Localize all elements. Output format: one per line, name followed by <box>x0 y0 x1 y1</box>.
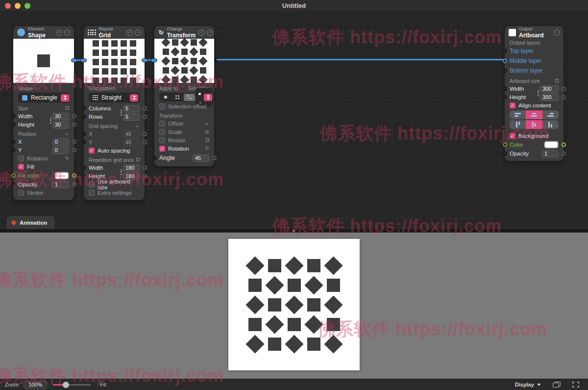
fill-color-well[interactable] <box>54 172 69 180</box>
area-height-input-port[interactable] <box>82 174 86 179</box>
grid-main-input-port[interactable] <box>80 58 87 62</box>
bottom-layer-input-port[interactable] <box>503 69 507 73</box>
y-input[interactable]: 0 <box>52 147 69 154</box>
align-middle-button[interactable] <box>526 120 542 129</box>
angle-input-port[interactable] <box>152 156 157 160</box>
enable-node-checkmark-button[interactable]: ✓ <box>198 29 205 36</box>
height-input[interactable]: 30 <box>52 121 69 129</box>
splitter-grip-handle[interactable] <box>293 230 295 232</box>
spacing-add-icon[interactable]: ＋ <box>135 124 140 129</box>
artboard-canvas[interactable] <box>228 239 360 370</box>
artboard-width-output-port[interactable] <box>562 87 566 91</box>
artboard-size-options-icon[interactable] <box>555 78 559 83</box>
angle-output-port[interactable] <box>212 156 217 160</box>
width-input[interactable]: 30 <box>52 113 69 120</box>
offset-checkbox[interactable] <box>159 121 165 127</box>
dropdown-chevron-icon[interactable] <box>130 94 138 102</box>
align-left-button[interactable] <box>510 110 526 119</box>
width-output-port[interactable] <box>72 114 76 119</box>
align-center-button[interactable] <box>526 110 542 119</box>
height-output-port[interactable] <box>72 123 76 127</box>
x-input-port[interactable] <box>11 140 16 144</box>
spacing-y-input[interactable]: 45 <box>123 139 140 146</box>
align-top-button[interactable] <box>510 120 526 129</box>
width-input-port[interactable] <box>11 114 16 119</box>
rows-input-port[interactable] <box>82 115 86 119</box>
stroke-checkbox[interactable] <box>18 190 24 196</box>
columns-input-port[interactable] <box>82 106 86 111</box>
node-artboard[interactable]: Output Artboard ⋯ Output layers Top laye… <box>505 26 564 161</box>
node-transform-header[interactable]: ↻ Change Transform ✓ ⋯ <box>154 26 214 39</box>
rotation-checkbox[interactable] <box>18 156 24 161</box>
node-artboard-header[interactable]: Output Artboard ⋯ <box>505 26 564 39</box>
resize-checkbox[interactable] <box>159 137 165 143</box>
spacing-x-input-port[interactable] <box>82 132 86 136</box>
middle-layer-input-port[interactable] <box>503 59 507 63</box>
background-color-well[interactable] <box>544 141 559 149</box>
artboard-height-input-port[interactable] <box>503 95 507 100</box>
size-options-icon[interactable] <box>66 106 69 111</box>
enable-node-checkmark-button[interactable]: ✓ <box>56 29 62 36</box>
dropdown-chevron-icon[interactable] <box>204 94 212 101</box>
horizontal-align-control[interactable] <box>510 110 559 119</box>
artboard-width-input-port[interactable] <box>503 87 507 91</box>
angle-input[interactable]: 45 <box>193 155 209 162</box>
artboard-width-input[interactable]: 300 <box>540 85 559 93</box>
artboard-opacity-output-port[interactable] <box>562 152 566 156</box>
canvas-viewport[interactable] <box>0 233 588 379</box>
extra-settings-checkbox[interactable] <box>89 190 95 196</box>
panel-splitter[interactable] <box>0 229 588 233</box>
shape-main-output-port[interactable] <box>71 58 77 62</box>
grid-pattern-dropdown[interactable]: Straight <box>89 93 140 103</box>
display-dropdown[interactable]: Display <box>515 382 541 388</box>
area-options-icon[interactable] <box>136 157 140 162</box>
spacing-y-input-port[interactable] <box>82 140 86 145</box>
opacity-output-port[interactable] <box>72 182 76 187</box>
scale-checkbox[interactable] <box>159 129 165 135</box>
enable-node-checkmark-button[interactable]: ✓ <box>126 29 133 36</box>
fill-color-input-port[interactable] <box>11 174 16 178</box>
position-add-icon[interactable]: ＋ <box>64 131 69 136</box>
tab-animation[interactable]: Animation <box>6 216 55 229</box>
top-layer-input-port[interactable] <box>503 49 507 53</box>
color-output-port[interactable] <box>562 143 566 147</box>
align-content-checkbox[interactable] <box>510 103 515 108</box>
artboard-opacity-input[interactable]: 1 <box>542 150 559 157</box>
y-output-port[interactable] <box>72 148 76 153</box>
vertical-align-control[interactable] <box>510 120 559 129</box>
selection-offset-checkbox[interactable] <box>159 104 165 109</box>
area-width-output-port[interactable] <box>143 166 147 170</box>
link-width-height-icon[interactable] <box>50 118 51 124</box>
rows-input[interactable]: 5 <box>123 113 140 121</box>
apply-to-segmented-control[interactable] <box>159 93 196 102</box>
height-input-port[interactable] <box>11 123 16 127</box>
node-shape-header[interactable]: Element Shape ✓ ⋯ <box>13 26 74 39</box>
fill-checkbox[interactable] <box>18 164 24 170</box>
opacity-input[interactable]: 1 <box>52 181 69 188</box>
dropdown-chevron-icon[interactable] <box>61 94 69 102</box>
apply-grid-segment[interactable] <box>172 94 183 101</box>
area-width-input-port[interactable] <box>82 166 86 170</box>
align-right-button[interactable] <box>542 110 559 119</box>
rotation-checkbox[interactable] <box>159 146 165 152</box>
node-grid-header[interactable]: Repeat Grid ✓ ⋯ <box>84 26 145 39</box>
node-options-ellipsis-button[interactable]: ⋯ <box>135 29 141 36</box>
link-area-width-height-icon[interactable] <box>121 169 122 175</box>
align-bottom-button[interactable] <box>542 120 559 129</box>
node-options-ellipsis-button[interactable]: ⋯ <box>207 29 213 36</box>
artboard-opacity-input-port[interactable] <box>503 152 507 156</box>
columns-input[interactable]: 5 <box>123 105 140 112</box>
zoom-value-field[interactable]: 100% <box>24 381 47 389</box>
spacing-x-output-port[interactable] <box>143 132 147 136</box>
color-input-port[interactable] <box>503 143 507 147</box>
use-artboard-size-checkbox[interactable] <box>89 182 95 187</box>
apply-all-segment[interactable] <box>160 94 172 101</box>
node-options-ellipsis-button[interactable]: ⋯ <box>554 29 560 36</box>
background-checkbox[interactable] <box>510 133 515 139</box>
opacity-input-port[interactable] <box>11 182 16 187</box>
node-editor[interactable]: Element Shape ✓ ⋯ Shape Rectangle Size <box>0 12 588 229</box>
windows-overlap-icon[interactable] <box>553 382 561 388</box>
area-height-output-port[interactable] <box>143 174 147 179</box>
transform-main-input-port[interactable] <box>151 58 157 62</box>
fullscreen-icon[interactable] <box>572 382 579 388</box>
